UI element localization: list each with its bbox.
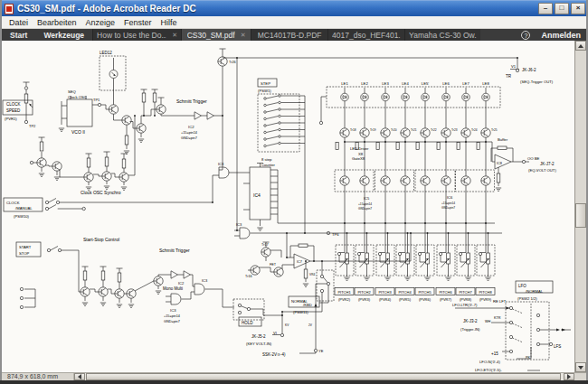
schematic-label: (PSW1) — [258, 89, 271, 93]
schematic-label: (EQ-VOLT OUT) — [528, 168, 556, 173]
schematic-label: CLOCK — [6, 102, 21, 107]
scroll-right-button[interactable] — [564, 373, 574, 380]
schematic-label: +15=pin14 — [164, 314, 180, 318]
schematic-label: (SEQ-Trigger OUT) — [520, 80, 554, 84]
schematic-label: V1 — [511, 64, 517, 69]
schematic-label: IC3 — [236, 222, 242, 227]
tab-yamaha-cs30[interactable]: Yamaha CS-30 Ow... — [404, 29, 480, 41]
schematic-label: LE3 — [382, 81, 389, 86]
schematic-label: LE4 — [402, 81, 409, 86]
schematic-label: LFO-ETO(②-5)- — [475, 368, 502, 372]
schematic-label: JK-J5-2 — [251, 334, 266, 339]
arrow-down-icon — [578, 366, 583, 370]
schematic-label: LFS — [554, 344, 561, 349]
menu-anzeige[interactable]: Anzeige — [81, 18, 120, 27]
tab-cs30-sm[interactable]: CS30_SM.pdf ✕ — [181, 29, 251, 41]
schematic-label: YE — [318, 349, 324, 353]
horizontal-scroll-thumb[interactable] — [86, 373, 561, 380]
schematic-label: /KBD — [303, 303, 312, 307]
close-button[interactable]: × — [571, 3, 585, 14]
help-icon[interactable]: ? — [521, 31, 530, 40]
schematic-label: PITCH2 — [357, 290, 371, 295]
acrobat-window: CS30_SM.pdf - Adobe Acrobat Reader DC – … — [0, 0, 588, 384]
schematic-label: GND=pin7 — [358, 207, 372, 211]
tab-how-to-use[interactable]: How to Use the Do... ✕ — [92, 29, 181, 41]
scroll-up-button[interactable] — [575, 41, 586, 51]
pdf-file-icon — [5, 4, 14, 14]
schematic-label: IC6 — [447, 195, 453, 200]
schematic-label: IC3 — [170, 308, 176, 313]
schematic-label: Tr21 — [411, 128, 417, 132]
schematic-label: Tr25 — [491, 128, 498, 132]
schematic-label: OO BE — [527, 156, 539, 161]
window-border-left — [0, 0, 2, 384]
schematic-label: LE2 — [361, 81, 368, 86]
title-bar: CS30_SM.pdf - Adobe Acrobat Reader DC – … — [0, 0, 588, 16]
schematic-label: GND=pin7 — [164, 320, 180, 323]
maximize-button[interactable]: □ — [555, 3, 569, 14]
schematic-label: PITCH6 — [439, 290, 452, 295]
page-size-indicator: 874,9 x 618,0 mm — [2, 373, 74, 380]
schematic-label: JK-J3-2 — [463, 319, 478, 323]
document-area[interactable]: CLOCK SPEED (PVR1) TP2 LED12 SEQ Clock O… — [2, 41, 586, 372]
schematic-label: Tr19 — [370, 128, 376, 132]
schematic-label: PITCH5 — [418, 290, 432, 295]
schematic-label: LE8 — [482, 81, 489, 86]
schematic-label: SSK-2V②-4) — [262, 352, 286, 357]
menu-hilfe[interactable]: Hilfe — [156, 18, 182, 27]
schematic-label: HOLD — [242, 321, 253, 325]
schematic-label: Schmitt Trigger — [176, 98, 207, 104]
window-title: CS30_SM.pdf - Adobe Acrobat Reader DC — [17, 4, 536, 14]
schematic-label: IC2 — [178, 281, 185, 286]
schematic-label: KTR — [494, 316, 501, 320]
close-tab-icon[interactable]: ✕ — [241, 32, 246, 39]
schematic-label: Tr17 — [261, 243, 269, 247]
schematic-label: CLOCK — [6, 201, 20, 205]
tab-4017-dso[interactable]: 4017_dso_HEF401... — [327, 29, 404, 41]
arrow-left-icon — [78, 374, 81, 379]
vertical-scrollbar[interactable] — [574, 41, 586, 372]
schematic-label: +15=pin14 — [181, 131, 197, 135]
menu-datei[interactable]: Datei — [5, 18, 33, 27]
menu-bearbeiten[interactable]: Bearbeiten — [33, 18, 81, 27]
schematic-label: START — [19, 245, 32, 249]
schematic-label: Tr23 — [451, 128, 458, 132]
schematic-label: TP6 — [332, 232, 339, 237]
minimize-button[interactable]: – — [538, 3, 553, 14]
schematic-label: (KEY VOLT-IN) — [246, 342, 272, 346]
sign-in-button[interactable]: Anmelden — [541, 31, 581, 40]
schematic-label: PITCH8 — [479, 290, 492, 295]
schematic-label: /MANUAL — [15, 206, 33, 211]
schematic-label: Tr22 — [431, 128, 437, 132]
schematic-label: (Trigger-IN) — [460, 327, 480, 332]
schematic-label: 8 step — [261, 157, 272, 162]
schematic-label: IC2 — [188, 125, 194, 129]
schematic-label: LE7 — [462, 81, 469, 86]
schematic-label: Tr24 — [471, 128, 478, 132]
tab-start[interactable]: Start — [2, 29, 35, 41]
window-border-bottom — [0, 380, 588, 384]
vertical-scroll-thumb[interactable] — [575, 203, 586, 228]
schematic-label: KV — [285, 323, 289, 327]
schematic-page: CLOCK SPEED (PVR1) TP2 LED12 SEQ Clock O… — [2, 41, 574, 372]
schematic-label: Tr18 — [350, 128, 356, 132]
menu-fenster[interactable]: Fenster — [119, 18, 156, 27]
schematic-label: PITCH7 — [459, 290, 472, 295]
scroll-down-button[interactable] — [575, 362, 586, 372]
schematic-label: Tr20 — [391, 128, 397, 132]
menu-bar: Datei Bearbeiten Anzeige Fenster Hilfe — [2, 16, 586, 29]
close-tab-icon[interactable]: ✕ — [172, 32, 177, 39]
tab-mc14017b[interactable]: MC14017B-D.PDF — [251, 29, 327, 41]
schematic-label: LE5' — [422, 81, 429, 86]
schematic-label: TP2 — [29, 124, 36, 128]
schematic-label: (PVR4) — [379, 297, 392, 302]
schematic-label: Tr16 — [245, 275, 252, 278]
schematic-label: Tr26 — [229, 61, 236, 64]
schematic-label: GateX8 — [352, 156, 365, 161]
schematic-label: IC3 — [218, 162, 224, 166]
scroll-left-button[interactable] — [74, 373, 85, 380]
status-bar: 874,9 x 618,0 mm — [2, 372, 586, 380]
schematic-label: VR4 — [309, 273, 315, 276]
horizontal-scrollbar[interactable] — [85, 373, 564, 380]
tab-werkzeuge[interactable]: Werkzeuge — [35, 29, 92, 41]
